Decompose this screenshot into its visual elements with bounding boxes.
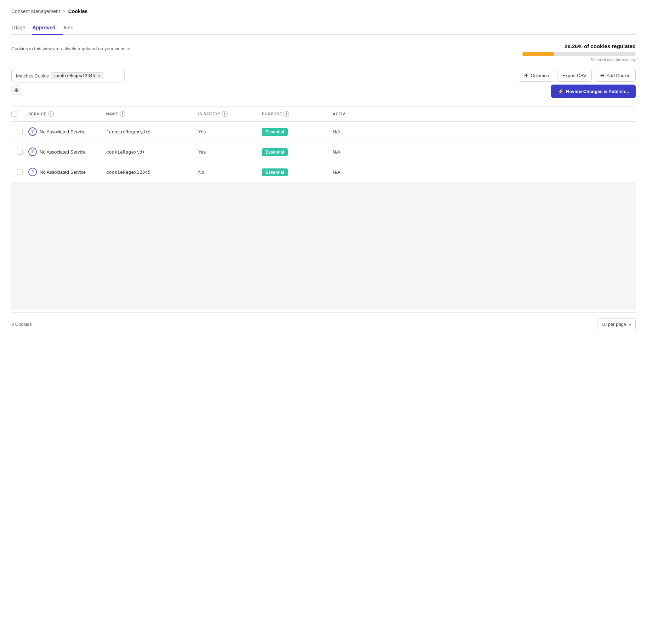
service-icon-3: ? [28, 168, 37, 176]
question-icon-3: ? [31, 169, 34, 174]
row-2-checkbox[interactable] [17, 149, 23, 155]
header-description: Cookies in this view are actively regula… [11, 43, 132, 51]
lightning-icon: ⚡ [558, 88, 564, 94]
table-container: SERVICE i NAME i IS REGEX? i PURPOSE i A… [11, 107, 636, 310]
columns-icon: ⊞ [524, 72, 529, 79]
row-3-purpose-badge: Essential [262, 168, 288, 176]
add-cookie-button[interactable]: ⊕ Add Cookie [595, 69, 636, 82]
row-1-name: ^cookieRegex\d+$ [106, 129, 198, 134]
row-2-service: ? No Associated Service [28, 148, 106, 156]
breadcrumb-current: Cookies [68, 8, 87, 14]
table-header: SERVICE i NAME i IS REGEX? i PURPOSE i A… [11, 107, 636, 122]
filter-tags-container: Matches Cookie cookieRegex12345 ✕ [11, 69, 125, 82]
th-active: ACTIV [333, 111, 636, 117]
th-service-label: SERVICE [28, 112, 47, 116]
row-2-purpose-badge: Essential [262, 148, 288, 156]
filter-tag-value: cookieRegex12345 [54, 73, 95, 78]
question-icon-1: ? [31, 129, 34, 134]
row-2-is-regex: Yes [198, 149, 262, 155]
export-csv-button[interactable]: Export CSV [557, 69, 592, 82]
table-row: ? No Associated Service ^cookieRegex\d+$… [11, 122, 636, 142]
row-2-service-name: No Associated Service [40, 149, 86, 155]
row-3-active: N/A [333, 169, 636, 175]
chevron-down-icon: ▾ [629, 322, 631, 327]
th-purpose-label: PURPOSE [262, 112, 282, 116]
plus-icon: ⊕ [14, 86, 19, 94]
row-1-is-regex: Yes [198, 129, 262, 134]
add-icon: ⊕ [600, 72, 605, 79]
breadcrumb-parent[interactable]: Consent Management [11, 8, 60, 14]
progress-bar-fill [522, 52, 554, 56]
table-row: ? No Associated Service cookieRegex12345… [11, 162, 636, 182]
filter-area: Matches Cookie cookieRegex12345 ✕ ⊕ [11, 69, 125, 95]
table-row: ? No Associated Service cookieRegex\d+ Y… [11, 142, 636, 162]
columns-button[interactable]: ⊞ Columns [519, 69, 554, 82]
question-icon-2: ? [31, 149, 34, 154]
row-1-purpose-badge: Essential [262, 128, 288, 136]
info-icon-purpose: i [284, 111, 289, 117]
info-icon-name: i [120, 111, 125, 117]
publish-label: Review Changes & Publish... [566, 89, 629, 94]
service-icon-1: ? [28, 127, 37, 136]
tab-triage[interactable]: Triage [11, 21, 32, 35]
row-2-name: cookieRegex\d+ [106, 149, 198, 155]
row-1-service-name: No Associated Service [40, 129, 86, 134]
th-name-label: NAME [106, 112, 118, 116]
row-2-purpose: Essential [262, 149, 333, 155]
breadcrumb: Consent Management > Cookies [11, 8, 636, 14]
add-filter-button[interactable]: ⊕ [11, 85, 21, 95]
tab-approved[interactable]: Approved [32, 21, 62, 35]
row-1-service: ? No Associated Service [28, 127, 106, 136]
th-is-regex-label: IS REGEX? [198, 112, 221, 116]
filter-tag-close-icon[interactable]: ✕ [97, 73, 100, 78]
toolbar: Matches Cookie cookieRegex12345 ✕ ⊕ ⊞ Co… [11, 69, 636, 98]
th-service: SERVICE i [28, 111, 106, 117]
content-header: Cookies in this view are actively regula… [11, 43, 636, 62]
breadcrumb-separator: > [63, 9, 65, 14]
row-2-active: N/A [333, 149, 636, 155]
tabs: Triage Approved Junk [11, 21, 636, 35]
add-cookie-label: Add Cookie [607, 73, 630, 78]
action-row-bottom: ⚡ Review Changes & Publish... [551, 85, 636, 98]
row-3-checkbox[interactable] [17, 169, 23, 175]
row-1-checkbox[interactable] [17, 129, 23, 134]
row-3-name: cookieRegex12345 [106, 169, 198, 175]
per-page-label: 10 per page [602, 322, 626, 327]
row-checkbox-3 [11, 169, 28, 175]
row-3-purpose: Essential [262, 169, 333, 175]
footer: 3 Cookies 10 per page ▾ [11, 312, 636, 336]
th-is-regex: IS REGEX? i [198, 111, 262, 117]
footer-count: 3 Cookies [11, 322, 32, 327]
empty-area [11, 182, 636, 310]
row-checkbox-2 [11, 149, 28, 155]
filter-tag: cookieRegex12345 ✕ [51, 72, 103, 79]
service-icon-2: ? [28, 148, 37, 156]
row-1-purpose: Essential [262, 129, 333, 134]
th-checkbox [11, 111, 28, 117]
tab-junk[interactable]: Junk [63, 21, 80, 35]
row-1-active: N/A [333, 129, 636, 134]
publish-button[interactable]: ⚡ Review Changes & Publish... [551, 85, 636, 98]
progress-bar-container [522, 52, 636, 56]
action-buttons: ⊞ Columns Export CSV ⊕ Add Cookie ⚡ Revi… [519, 69, 636, 98]
th-purpose: PURPOSE i [262, 111, 333, 117]
action-row-top: ⊞ Columns Export CSV ⊕ Add Cookie [519, 69, 636, 82]
th-name: NAME i [106, 111, 198, 117]
row-3-service: ? No Associated Service [28, 168, 106, 176]
regulated-text: 28.26% of cookies regulated [522, 43, 636, 49]
filter-label: Matches Cookie [16, 73, 49, 79]
th-active-label: ACTIV [333, 112, 345, 116]
per-page-select[interactable]: 10 per page ▾ [597, 318, 636, 330]
header-checkbox[interactable] [11, 111, 17, 117]
row-checkbox-1 [11, 129, 28, 134]
columns-label: Columns [531, 73, 549, 78]
info-icon-service: i [48, 111, 54, 117]
export-csv-label: Export CSV [562, 73, 586, 78]
sampled-text: Sampled over the last day [522, 58, 636, 62]
header-stats: 28.26% of cookies regulated Sampled over… [522, 43, 636, 62]
row-3-service-name: No Associated Service [40, 169, 86, 175]
info-icon-regex: i [222, 111, 228, 117]
row-3-is-regex: No [198, 169, 262, 175]
